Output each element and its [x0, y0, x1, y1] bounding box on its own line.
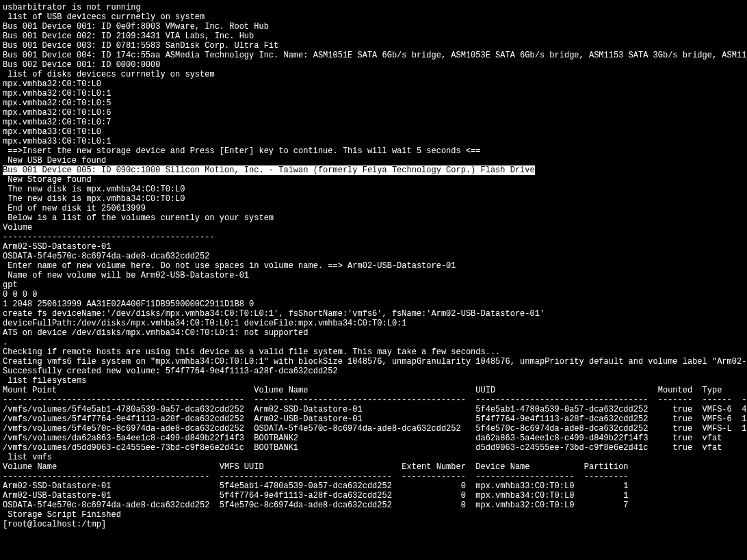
terminal-line: Checking if remote hosts are using this …	[3, 347, 744, 357]
terminal-line: Volume Name VMFS UUID Extent Number Devi…	[3, 462, 744, 472]
terminal-line: Arm02-SSD-Datastore-01	[3, 242, 744, 252]
terminal-line: /vmfs/volumes/5f4e570c-8c6974da-ade8-dca…	[3, 424, 744, 434]
terminal-line: Bus 001 Device 003: ID 0781:5583 SanDisk…	[3, 41, 744, 51]
terminal-line: Bus 001 Device 001: ID 0e0f:8003 VMware,…	[3, 22, 744, 31]
terminal-line: mpx.vmhba33:C0:T0:L0	[3, 127, 744, 137]
terminal-line: /vmfs/volumes/da62a863-5a4ee1c8-c499-d84…	[3, 434, 744, 443]
terminal-line: Bus 002 Device 001: ID 0000:0000	[3, 60, 744, 70]
terminal-line: Creating vmfs6 file system on "mpx.vmhba…	[3, 357, 744, 366]
terminal-line: Arm02-USB-Datastore-01 5f4f7764-9e4f1113…	[3, 491, 744, 501]
terminal-line: Bus 001 Device 004: ID 174c:55aa ASMedia…	[3, 51, 744, 60]
terminal-line: /vmfs/volumes/5f4f7764-9e4f1113-a28f-dca…	[3, 414, 744, 424]
terminal-line: New Storage found	[3, 175, 744, 185]
terminal-line: Volume	[3, 223, 744, 232]
terminal-line: gpt	[3, 280, 744, 290]
terminal-line: mpx.vmhba32:C0:T0:L0:6	[3, 108, 744, 118]
terminal-line: usbarbitrator is not running	[3, 3, 744, 12]
highlighted-line: Bus 001 Device 005: ID 090c:1000 Silicon…	[3, 165, 535, 175]
terminal-line: list of disks devicecs currnetly on syst…	[3, 70, 744, 79]
terminal-line: The new disk is mpx.vmhba34:C0:T0:L0	[3, 185, 744, 194]
terminal-line: mpx.vmhba32:C0:T0:L0	[3, 79, 744, 89]
terminal-line: ----------------------------------------…	[3, 395, 744, 405]
terminal-line: ATS on device /dev/disks/mpx.vmhba34:C0:…	[3, 328, 744, 338]
terminal-line: Enter name of new volume here. Do not us…	[3, 261, 744, 271]
terminal-line: Below is a list of the volumes curently …	[3, 213, 744, 223]
terminal-line: ==>Insert the new storage device and Pre…	[3, 146, 744, 156]
terminal-line: deviceFullPath:/dev/disks/mpx.vmhba34:C0…	[3, 319, 744, 328]
terminal-line: .	[3, 338, 744, 347]
terminal-line: mpx.vmhba32:C0:T0:L0:7	[3, 118, 744, 127]
terminal-line: The new disk is mpx.vmhba34:C0:T0:L0	[3, 194, 744, 204]
terminal-line: mpx.vmhba33:C0:T0:L0:1	[3, 137, 744, 146]
terminal-line: 0 0 0 0	[3, 290, 744, 299]
terminal-line: End of new disk it 250613999	[3, 204, 744, 213]
terminal-line: /vmfs/volumes/d5dd9063-c24555ee-73bd-c9f…	[3, 443, 744, 453]
terminal-line: Name of new volume will be Arm02-USB-Dat…	[3, 271, 744, 280]
terminal-line: mpx.vmhba32:C0:T0:L0:1	[3, 89, 744, 98]
terminal-line: /vmfs/volumes/5f4e5ab1-4780a539-0a57-dca…	[3, 405, 744, 414]
terminal-line: OSDATA-5f4e570c-8c6974da-ade8-dca632cdd2…	[3, 501, 744, 510]
terminal-line: [root@localhost:/tmp]	[3, 520, 744, 529]
terminal-line: ----------------------------------------…	[3, 232, 744, 242]
terminal-line: Arm02-SSD-Datastore-01 5f4e5ab1-4780a539…	[3, 481, 744, 491]
terminal-output[interactable]: usbarbitrator is not running list of USB…	[0, 0, 747, 532]
terminal-line: New USB Device found	[3, 156, 744, 165]
terminal-line: OSDATA-5f4e570c-8c6974da-ade8-dca632cdd2…	[3, 252, 744, 261]
terminal-line: create fs deviceName:'/dev/disks/mpx.vmh…	[3, 309, 744, 319]
terminal-line: 1 2048 250613999 AA31E02A400F11DB9590000…	[3, 299, 744, 309]
terminal-line: list vmfs	[3, 453, 744, 462]
terminal-line: Storage Script Finished	[3, 510, 744, 520]
terminal-line: Bus 001 Device 005: ID 090c:1000 Silicon…	[3, 165, 744, 175]
terminal-line: ----------------------------------------…	[3, 472, 744, 481]
terminal-line: Bus 001 Device 002: ID 2109:3431 VIA Lab…	[3, 31, 744, 41]
terminal-line: list filesystems	[3, 376, 744, 386]
terminal-line: Mount Point Volume Name UUID Mounted Typ…	[3, 386, 744, 395]
terminal-line: mpx.vmhba32:C0:T0:L0:5	[3, 98, 744, 108]
terminal-line: Successfully created new volume: 5f4f776…	[3, 366, 744, 376]
terminal-line: list of USB devicecs currnetly on system	[3, 12, 744, 22]
